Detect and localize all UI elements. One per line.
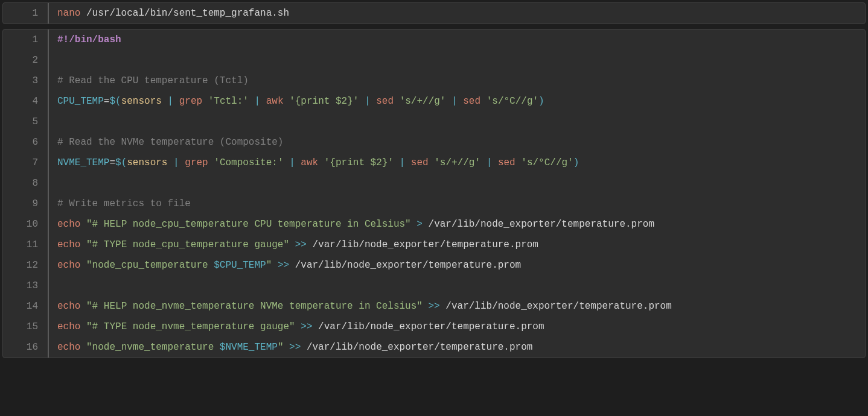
code-token: "# HELP node_nvme_temperature NVMe tempe…	[86, 301, 423, 312]
line-number: 8	[3, 173, 49, 194]
code-token	[445, 96, 452, 107]
line-number: 15	[3, 317, 49, 337]
code-content: #!/bin/bash	[49, 30, 121, 50]
code-token: sensors	[127, 157, 167, 168]
code-token: awk	[301, 157, 318, 168]
line-number: 9	[3, 194, 49, 214]
code-token: NVME_TEMP	[57, 157, 109, 168]
code-token	[272, 260, 278, 271]
code-line: 5	[3, 112, 865, 132]
code-token: =	[104, 96, 110, 107]
code-token: |	[487, 157, 493, 168]
code-token	[429, 157, 435, 168]
code-content: CPU_TEMP=$(sensors | grep 'Tctl:' | awk …	[49, 91, 544, 112]
code-token: "# TYPE node_cpu_temperature gauge"	[86, 239, 289, 250]
line-number: 1	[3, 3, 49, 24]
code-line: 6# Read the NVMe temperature (Composite)	[3, 132, 865, 153]
code-token: awk	[266, 96, 284, 107]
line-number: 2	[3, 50, 49, 71]
code-content: echo "# TYPE node_cpu_temperature gauge"…	[49, 235, 538, 255]
code-token: /var/lib/node_exporter/temperature.prom	[295, 260, 521, 271]
code-token	[359, 96, 365, 107]
code-token: /var/lib/node_exporter/temperature.prom	[307, 342, 532, 353]
code-content: # Read the CPU temperature (Tctl)	[49, 71, 249, 91]
code-token	[295, 157, 301, 168]
code-token: /var/lib/node_exporter/temperature.prom	[445, 301, 671, 312]
line-number: 10	[3, 214, 49, 235]
code-token: echo	[57, 239, 80, 250]
code-token: |	[400, 157, 406, 168]
code-token: sed	[498, 157, 515, 168]
code-token: # Read the NVMe temperature (Composite)	[57, 137, 283, 148]
code-token: /var/lib/node_exporter/temperature.prom	[318, 321, 544, 332]
code-line: 3# Read the CPU temperature (Tctl)	[3, 71, 865, 91]
code-token: #!/bin/bash	[57, 34, 121, 45]
code-line: 12echo "node_cpu_temperature $CPU_TEMP" …	[3, 255, 865, 276]
code-token: "# HELP node_cpu_temperature CPU tempera…	[86, 219, 411, 230]
code-token: |	[365, 96, 371, 107]
code-token	[301, 342, 307, 353]
code-token: 's/°C//g'	[521, 157, 573, 168]
code-token	[312, 321, 318, 332]
code-token: |	[167, 96, 173, 107]
code-token: echo	[57, 219, 80, 230]
code-token	[162, 96, 168, 107]
code-content: nano /usr/local/bin/sent_temp_grafana.sh	[49, 3, 289, 24]
code-token: 's/+//g'	[434, 157, 480, 168]
code-block-script: 1#!/bin/bash23# Read the CPU temperature…	[2, 29, 866, 358]
code-token	[405, 157, 411, 168]
code-token: |	[173, 157, 179, 168]
code-block-command: 1nano /usr/local/bin/sent_temp_grafana.s…	[2, 2, 866, 24]
code-token: sed	[463, 96, 480, 107]
code-content: echo "node_cpu_temperature $CPU_TEMP" >>…	[49, 255, 521, 276]
code-line: 7NVME_TEMP=$(sensors | grep 'Composite:'…	[3, 153, 865, 173]
code-token: )	[538, 96, 544, 107]
code-token: 's/+//g'	[400, 96, 446, 107]
line-number: 13	[3, 276, 49, 296]
code-token	[440, 301, 446, 312]
code-token	[411, 219, 417, 230]
code-token: 'Tctl:'	[208, 96, 249, 107]
code-token: >>	[278, 260, 289, 271]
code-token	[283, 342, 289, 353]
code-token	[208, 157, 214, 168]
code-token	[289, 260, 295, 271]
code-token: "# TYPE node_nvme_temperature gauge"	[86, 321, 295, 332]
code-content: echo "# TYPE node_nvme_temperature gauge…	[49, 317, 544, 337]
code-line: 10echo "# HELP node_cpu_temperature CPU …	[3, 214, 865, 235]
code-token	[80, 301, 86, 312]
code-line: 4CPU_TEMP=$(sensors | grep 'Tctl:' | awk…	[3, 91, 865, 112]
code-token: >>	[301, 321, 312, 332]
line-number: 4	[3, 91, 49, 112]
code-token: /usr/local/bin/sent_temp_grafana.sh	[80, 8, 289, 19]
code-token	[80, 239, 86, 250]
code-token: sensors	[121, 96, 162, 107]
code-token: "node_nvme_temperature	[86, 342, 220, 353]
code-token	[80, 321, 86, 332]
code-token: $NVME_TEMP	[220, 342, 278, 353]
code-line: 1#!/bin/bash	[3, 30, 865, 50]
code-token: sed	[411, 157, 429, 168]
code-token: echo	[57, 342, 80, 353]
code-token: $(	[115, 157, 127, 168]
code-token: nano	[57, 8, 80, 19]
code-line: 8	[3, 173, 865, 194]
code-token: )	[573, 157, 579, 168]
code-token	[80, 219, 86, 230]
code-content: # Write metrics to file	[49, 194, 191, 214]
code-token	[284, 157, 290, 168]
code-token	[295, 321, 301, 332]
line-number: 14	[3, 296, 49, 317]
code-token: "	[266, 260, 272, 271]
code-token: '{print $2}'	[289, 96, 359, 107]
code-token: $(	[109, 96, 121, 107]
code-token: $CPU_TEMP	[214, 260, 266, 271]
line-number: 3	[3, 71, 49, 91]
code-token: >>	[289, 342, 301, 353]
code-token: grep	[179, 96, 202, 107]
code-token	[480, 157, 487, 168]
code-line: 9# Write metrics to file	[3, 194, 865, 214]
code-token	[284, 96, 290, 107]
code-content: # Read the NVMe temperature (Composite)	[49, 132, 283, 153]
code-line: 16echo "node_nvme_temperature $NVME_TEMP…	[3, 337, 865, 358]
